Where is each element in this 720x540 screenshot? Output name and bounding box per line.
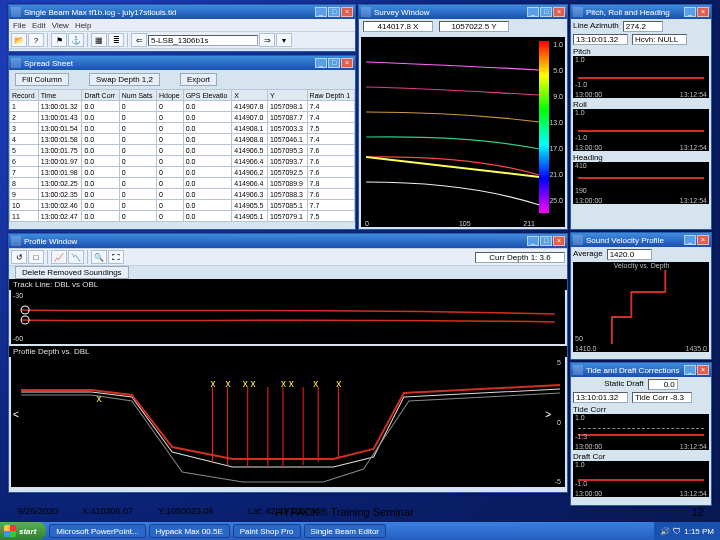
- tool-prev-icon[interactable]: ⇐: [131, 33, 147, 47]
- roll-plot[interactable]: 1.0 -1.0 13:00:00 13:12:54: [573, 109, 709, 151]
- table-row[interactable]: 913:00:02.350.0000.0414906.31057088.37.6: [10, 189, 355, 200]
- close-button[interactable]: ×: [341, 7, 353, 17]
- line-azimuth-label: Line Azimuth: [573, 21, 619, 32]
- tool-grid-icon[interactable]: ▦: [91, 33, 107, 47]
- delete-removed-button[interactable]: Delete Removed Soundings: [15, 266, 129, 279]
- next-icon[interactable]: >: [545, 409, 551, 420]
- system-tray[interactable]: 🔊 🛡 1:15 PM: [654, 522, 720, 540]
- colorbar-tick: 13.0: [549, 119, 563, 126]
- table-row[interactable]: 713:00:01.980.0000.0414906.21057092.57.6: [10, 167, 355, 178]
- tool-b-icon[interactable]: □: [28, 250, 44, 264]
- table-row[interactable]: 413:00:01.580.0000.0414908.81057046.17.4: [10, 134, 355, 145]
- column-header[interactable]: Raw Depth 1: [307, 90, 354, 101]
- tool-fit-icon[interactable]: ⛶: [108, 250, 124, 264]
- main-titlebar[interactable]: Single Beam Max tf1b.log - july17stlouis…: [9, 5, 355, 19]
- column-header[interactable]: Num Sats: [119, 90, 156, 101]
- table-row[interactable]: 1113:00:02.470.0000.0414905.11057079.17.…: [10, 211, 355, 222]
- spreadsheet-titlebar[interactable]: Spread Sheet _ □ ×: [9, 56, 355, 70]
- table-row[interactable]: 1013:00:02.460.0000.0414905.51057085.17.…: [10, 200, 355, 211]
- close-button[interactable]: ×: [697, 235, 709, 245]
- prev-icon[interactable]: <: [13, 409, 19, 420]
- maximize-button[interactable]: □: [540, 236, 552, 246]
- column-header[interactable]: Draft Corr: [82, 90, 119, 101]
- survey-titlebar[interactable]: Survey Window _ □ ×: [359, 5, 567, 19]
- tool-anchor-icon[interactable]: ⚓: [68, 33, 84, 47]
- data-table[interactable]: RecordTimeDraft CorrNum SatsHdopeGPS Ele…: [9, 89, 355, 222]
- track-plot[interactable]: -30 -60: [11, 290, 565, 344]
- table-row[interactable]: 313:00:01.540.0000.0414908.11057003.37.5: [10, 123, 355, 134]
- pitch-plot[interactable]: 1.0 -1.0 13:00:00 13:12:54: [573, 56, 709, 98]
- svp-plot[interactable]: Velocity vs. Depth 50 1410.0 1435.0: [573, 262, 709, 352]
- menu-edit[interactable]: Edit: [32, 21, 46, 30]
- minimize-button[interactable]: _: [527, 236, 539, 246]
- column-header[interactable]: X: [232, 90, 268, 101]
- table-row[interactable]: 513:00:01.750.0000.0414906.51057095.37.6: [10, 145, 355, 156]
- task-item[interactable]: Single Beam Editor: [304, 524, 386, 538]
- minimize-button[interactable]: _: [527, 7, 539, 17]
- tool-flag-icon[interactable]: ⚑: [51, 33, 67, 47]
- tool-dropdown-icon[interactable]: ▾: [276, 33, 292, 47]
- line-selector[interactable]: 5-LSB_1306b1s: [148, 35, 258, 46]
- menu-view[interactable]: View: [52, 21, 69, 30]
- menu-file[interactable]: File: [13, 21, 26, 30]
- column-header[interactable]: Hdope: [156, 90, 183, 101]
- tray-icon[interactable]: 🔊: [660, 527, 670, 536]
- close-button[interactable]: ×: [553, 7, 565, 17]
- minimize-button[interactable]: _: [315, 58, 327, 68]
- profile-body: ↺ □ 📈 📉 🔍 ⛶ Curr Depth 1: 3.6 Delete Rem…: [9, 248, 567, 492]
- tray-icon[interactable]: 🛡: [673, 527, 681, 536]
- maximize-button[interactable]: □: [540, 7, 552, 17]
- menu-help[interactable]: Help: [75, 21, 91, 30]
- main-title: Single Beam Max tf1b.log - july17stlouis…: [24, 8, 314, 17]
- tool-chart1-icon[interactable]: 📈: [51, 250, 67, 264]
- start-button[interactable]: start: [0, 522, 46, 540]
- task-item[interactable]: Microsoft PowerPoint...: [49, 524, 145, 538]
- task-item[interactable]: Paint Shop Pro: [233, 524, 301, 538]
- tool-open-icon[interactable]: 📂: [11, 33, 27, 47]
- close-button[interactable]: ×: [697, 7, 709, 17]
- table-row[interactable]: 113:00:01.320.0000.0414907.81057098.17.4: [10, 101, 355, 112]
- tool-a-icon[interactable]: ↺: [11, 250, 27, 264]
- close-button[interactable]: ×: [697, 365, 709, 375]
- minimize-button[interactable]: _: [315, 7, 327, 17]
- fill-column-button[interactable]: Fill Column: [15, 73, 69, 86]
- prh-titlebar[interactable]: Pitch, Roll and Heading _ ×: [571, 5, 711, 19]
- prh-icon: [573, 7, 583, 17]
- static-draft-value[interactable]: 0.0: [648, 379, 678, 390]
- tdc-titlebar[interactable]: Tide and Draft Corrections _ ×: [571, 363, 711, 377]
- task-item[interactable]: Hypack Max 00.5E: [149, 524, 230, 538]
- tool-next-icon[interactable]: ⇒: [259, 33, 275, 47]
- minimize-button[interactable]: _: [684, 235, 696, 245]
- maximize-button[interactable]: □: [328, 7, 340, 17]
- spreadsheet-window: Spread Sheet _ □ × Fill Column Swap Dept…: [8, 55, 356, 230]
- close-button[interactable]: ×: [553, 236, 565, 246]
- profile-icon: [11, 236, 21, 246]
- tide-plot[interactable]: 1.0 -1.3 13:00:00 13:12:54: [573, 414, 709, 450]
- heading-plot[interactable]: 410 190 13:00:00 13:12:54: [573, 162, 709, 204]
- draft-plot[interactable]: 1.0 -1.0 13:00:00 13:12:54: [573, 461, 709, 497]
- svp-titlebar[interactable]: Sound Velocity Profile _ ×: [571, 233, 711, 247]
- tool-chart2-icon[interactable]: 📉: [68, 250, 84, 264]
- svp-window: Sound Velocity Profile _ × Average 1420.…: [570, 232, 712, 360]
- depth-plot[interactable]: xxx x xx xx x 5 0 -5 < >: [11, 357, 565, 487]
- tray-clock: 1:15 PM: [684, 527, 714, 536]
- survey-x-tick: 105: [459, 220, 471, 227]
- export-button[interactable]: Export: [180, 73, 217, 86]
- tool-layers-icon[interactable]: ≣: [108, 33, 124, 47]
- column-header[interactable]: Y: [267, 90, 307, 101]
- column-header[interactable]: Record: [10, 90, 39, 101]
- close-button[interactable]: ×: [341, 58, 353, 68]
- column-header[interactable]: GPS Elevatio: [183, 90, 232, 101]
- survey-plot[interactable]: 1.05.09.013.017.021.025.0 0 105 211: [361, 37, 565, 227]
- profile-titlebar[interactable]: Profile Window _ □ ×: [9, 234, 567, 248]
- minimize-button[interactable]: _: [684, 7, 696, 17]
- tool-zoom-icon[interactable]: 🔍: [91, 250, 107, 264]
- swap-depth-button[interactable]: Swap Depth 1,2: [89, 73, 160, 86]
- tool-info-icon[interactable]: ?: [28, 33, 44, 47]
- table-row[interactable]: 613:00:01.970.0000.0414906.41057093.77.6: [10, 156, 355, 167]
- table-row[interactable]: 213:00:01.430.0000.0414907.01057087.77.4: [10, 112, 355, 123]
- column-header[interactable]: Time: [38, 90, 82, 101]
- table-row[interactable]: 813:00:02.250.0000.0414906.41057089.97.8: [10, 178, 355, 189]
- minimize-button[interactable]: _: [684, 365, 696, 375]
- maximize-button[interactable]: □: [328, 58, 340, 68]
